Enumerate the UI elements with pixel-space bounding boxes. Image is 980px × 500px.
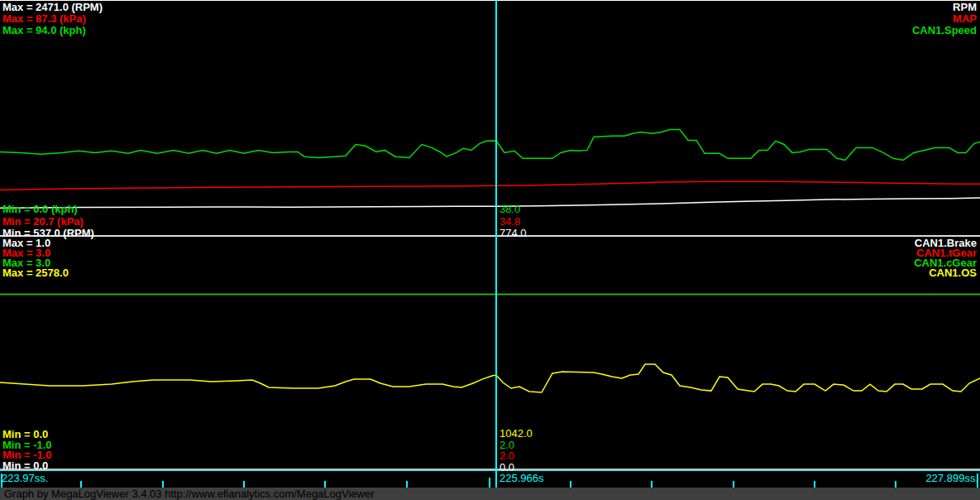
top-panel-legend: RPM MAP CAN1.Speed (912, 2, 977, 36)
legend-os[interactable]: CAN1.OS (914, 268, 977, 278)
bottom-panel-traces (0, 295, 980, 470)
max-label-speed: Max = 94.0 (kph) (2, 25, 103, 36)
cursor-value-tgear: 2.0 (500, 450, 533, 462)
cursor-value-rpm: 774.0 (500, 228, 527, 240)
time-cursor-label: 225.966s (500, 472, 544, 484)
min-label-speed: Min = 0.0 (kph) (2, 204, 94, 216)
bottom-panel-max-labels: Max = 1.0 Max = 3.0 Max = 3.0 Max = 2578… (2, 238, 69, 278)
top-panel-traces (0, 130, 980, 209)
trace-can1-speed (0, 130, 980, 161)
status-bar-text: Graph by MegaLogViewer 3.4.03 http://www… (4, 488, 375, 500)
time-axis-ticks (2, 474, 978, 488)
max-label-map: Max = 87.3 (kPa) (2, 13, 103, 25)
trace-can1-os (0, 364, 980, 392)
cursor-value-speed: 38.0 (500, 204, 527, 216)
legend-speed[interactable]: CAN1.Speed (912, 25, 977, 36)
bottom-panel-cursor-values: 1042.0 2.0 2.0 0.0 (500, 428, 533, 473)
status-bar: Graph by MegaLogViewer 3.4.03 http://www… (0, 488, 980, 500)
legend-map[interactable]: MAP (912, 13, 977, 25)
graph-canvas[interactable] (0, 0, 980, 500)
min-label-map: Min = 20.7 (kPa) (2, 216, 94, 228)
megalogviewer-window: Max = 2471.0 (RPM) Max = 87.3 (kPa) Max … (0, 0, 980, 500)
min-label-brake: Min = 0.0 (2, 461, 52, 472)
trace-map (0, 181, 980, 190)
time-start-label: 223.97ss. (2, 472, 48, 484)
time-end-label: 227.899ss. (925, 472, 978, 484)
top-panel-max-labels: Max = 2471.0 (RPM) Max = 87.3 (kPa) Max … (2, 2, 103, 36)
cursor-value-os: 1042.0 (500, 428, 533, 440)
cursor-value-map: 34.8 (500, 216, 527, 228)
max-label-rpm: Max = 2471.0 (RPM) (2, 2, 103, 13)
cursor-value-cgear: 2.0 (500, 440, 533, 451)
cursor-value-brake: 0.0 (500, 462, 533, 474)
max-label-os: Max = 2578.0 (2, 268, 69, 278)
top-panel-cursor-values: 38.0 34.8 774.0 (500, 204, 527, 240)
top-panel-min-labels: Min = 0.0 (kph) Min = 20.7 (kPa) Min = 5… (2, 204, 94, 240)
legend-rpm[interactable]: RPM (912, 2, 977, 13)
trace-rpm (0, 198, 980, 208)
bottom-panel-legend: CAN1.Brake CAN1.tGear CAN1.cGear CAN1.OS (914, 238, 977, 278)
bottom-panel-min-labels: Min = 0.0 Min = -1.0 Min = -1.0 Min = 0.… (2, 430, 52, 471)
